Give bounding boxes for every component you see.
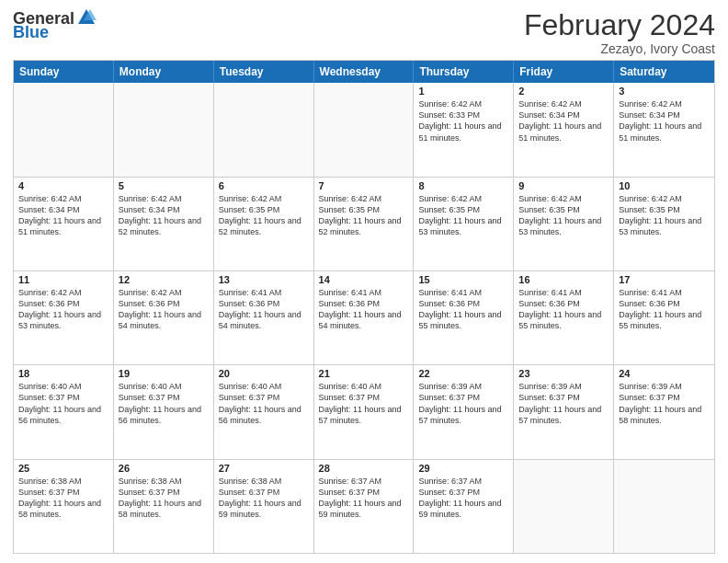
calendar-week-1: 1Sunrise: 6:42 AM Sunset: 6:33 PM Daylig… (14, 83, 714, 176)
cell-info: Sunrise: 6:42 AM Sunset: 6:35 PM Dayligh… (219, 193, 309, 238)
calendar-cell: 13Sunrise: 6:41 AM Sunset: 6:36 PM Dayli… (214, 271, 314, 364)
cell-info: Sunrise: 6:42 AM Sunset: 6:34 PM Dayligh… (119, 193, 209, 238)
calendar-cell: 15Sunrise: 6:41 AM Sunset: 6:36 PM Dayli… (414, 271, 514, 364)
month-title: February 2024 (524, 9, 715, 41)
cell-info: Sunrise: 6:41 AM Sunset: 6:36 PM Dayligh… (418, 287, 508, 332)
calendar-week-2: 4Sunrise: 6:42 AM Sunset: 6:34 PM Daylig… (14, 177, 714, 270)
cell-info: Sunrise: 6:42 AM Sunset: 6:34 PM Dayligh… (18, 193, 108, 238)
day-number: 23 (518, 368, 609, 379)
cell-info: Sunrise: 6:42 AM Sunset: 6:36 PM Dayligh… (18, 287, 108, 332)
cell-info: Sunrise: 6:42 AM Sunset: 6:35 PM Dayligh… (619, 193, 710, 238)
header-day-wednesday: Wednesday (314, 61, 415, 83)
cell-info: Sunrise: 6:41 AM Sunset: 6:36 PM Dayligh… (319, 287, 409, 332)
calendar-cell: 25Sunrise: 6:38 AM Sunset: 6:37 PM Dayli… (14, 460, 114, 553)
cell-info: Sunrise: 6:40 AM Sunset: 6:37 PM Dayligh… (319, 381, 409, 426)
cell-info: Sunrise: 6:42 AM Sunset: 6:35 PM Dayligh… (319, 193, 409, 238)
header-day-sunday: Sunday (14, 61, 114, 83)
day-number: 29 (418, 463, 508, 474)
calendar-cell (214, 83, 314, 176)
day-number: 16 (518, 274, 609, 285)
day-number: 11 (18, 274, 108, 285)
day-number: 14 (319, 274, 409, 285)
calendar-week-3: 11Sunrise: 6:42 AM Sunset: 6:36 PM Dayli… (14, 270, 714, 364)
calendar-cell: 10Sunrise: 6:42 AM Sunset: 6:35 PM Dayli… (614, 178, 714, 270)
cell-info: Sunrise: 6:38 AM Sunset: 6:37 PM Dayligh… (119, 476, 209, 521)
calendar-cell: 20Sunrise: 6:40 AM Sunset: 6:37 PM Dayli… (214, 365, 314, 458)
day-number: 18 (18, 368, 108, 379)
day-number: 3 (619, 86, 710, 97)
day-number: 5 (119, 180, 209, 191)
calendar-header-row: SundayMondayTuesdayWednesdayThursdayFrid… (14, 61, 714, 83)
day-number: 4 (18, 180, 108, 191)
calendar-cell (114, 83, 214, 176)
calendar-week-5: 25Sunrise: 6:38 AM Sunset: 6:37 PM Dayli… (14, 459, 714, 553)
calendar-cell (514, 460, 614, 553)
day-number: 1 (418, 86, 508, 97)
day-number: 9 (518, 180, 609, 191)
calendar-cell: 11Sunrise: 6:42 AM Sunset: 6:36 PM Dayli… (14, 271, 114, 364)
day-number: 19 (119, 368, 209, 379)
cell-info: Sunrise: 6:42 AM Sunset: 6:34 PM Dayligh… (518, 98, 609, 144)
day-number: 26 (119, 463, 209, 474)
cell-info: Sunrise: 6:38 AM Sunset: 6:37 PM Dayligh… (18, 476, 108, 521)
calendar-cell: 29Sunrise: 6:37 AM Sunset: 6:37 PM Dayli… (414, 460, 514, 553)
calendar-cell: 26Sunrise: 6:38 AM Sunset: 6:37 PM Dayli… (114, 460, 214, 553)
calendar-cell: 27Sunrise: 6:38 AM Sunset: 6:37 PM Dayli… (214, 460, 314, 553)
calendar-cell: 16Sunrise: 6:41 AM Sunset: 6:36 PM Dayli… (514, 271, 614, 364)
cell-info: Sunrise: 6:42 AM Sunset: 6:35 PM Dayligh… (418, 193, 508, 238)
day-number: 2 (518, 86, 609, 97)
calendar-cell: 6Sunrise: 6:42 AM Sunset: 6:35 PM Daylig… (214, 178, 314, 270)
calendar-week-4: 18Sunrise: 6:40 AM Sunset: 6:37 PM Dayli… (14, 364, 714, 458)
day-number: 10 (619, 180, 710, 191)
calendar-body: 1Sunrise: 6:42 AM Sunset: 6:33 PM Daylig… (14, 83, 714, 553)
day-number: 28 (319, 463, 409, 474)
calendar-cell: 28Sunrise: 6:37 AM Sunset: 6:37 PM Dayli… (314, 460, 415, 553)
location-subtitle: Zezayo, Ivory Coast (524, 41, 715, 56)
calendar-cell: 24Sunrise: 6:39 AM Sunset: 6:37 PM Dayli… (614, 365, 714, 458)
cell-info: Sunrise: 6:41 AM Sunset: 6:36 PM Dayligh… (619, 287, 710, 332)
cell-info: Sunrise: 6:40 AM Sunset: 6:37 PM Dayligh… (219, 381, 309, 426)
day-number: 25 (18, 463, 108, 474)
logo-icon (76, 7, 97, 28)
day-number: 17 (619, 274, 710, 285)
day-number: 13 (219, 274, 309, 285)
calendar-cell: 18Sunrise: 6:40 AM Sunset: 6:37 PM Dayli… (14, 365, 114, 458)
page: General Blue February 2024 Zezayo, Ivory… (0, 0, 728, 563)
cell-info: Sunrise: 6:39 AM Sunset: 6:37 PM Dayligh… (619, 381, 710, 426)
cell-info: Sunrise: 6:41 AM Sunset: 6:36 PM Dayligh… (219, 287, 309, 332)
calendar: SundayMondayTuesdayWednesdayThursdayFrid… (13, 60, 715, 554)
cell-info: Sunrise: 6:38 AM Sunset: 6:37 PM Dayligh… (219, 476, 309, 521)
cell-info: Sunrise: 6:42 AM Sunset: 6:36 PM Dayligh… (119, 287, 209, 332)
calendar-cell: 22Sunrise: 6:39 AM Sunset: 6:37 PM Dayli… (414, 365, 514, 458)
cell-info: Sunrise: 6:42 AM Sunset: 6:35 PM Dayligh… (518, 193, 609, 238)
calendar-cell: 5Sunrise: 6:42 AM Sunset: 6:34 PM Daylig… (114, 178, 214, 270)
calendar-cell: 21Sunrise: 6:40 AM Sunset: 6:37 PM Dayli… (314, 365, 415, 458)
cell-info: Sunrise: 6:37 AM Sunset: 6:37 PM Dayligh… (319, 476, 409, 521)
calendar-cell (314, 83, 415, 176)
header-day-monday: Monday (114, 61, 214, 83)
calendar-cell: 14Sunrise: 6:41 AM Sunset: 6:36 PM Dayli… (314, 271, 415, 364)
calendar-cell (14, 83, 114, 176)
day-number: 15 (418, 274, 508, 285)
day-number: 6 (219, 180, 309, 191)
logo-blue: Blue (13, 24, 49, 40)
calendar-cell: 2Sunrise: 6:42 AM Sunset: 6:34 PM Daylig… (514, 83, 614, 176)
title-area: February 2024 Zezayo, Ivory Coast (524, 9, 715, 56)
header-day-tuesday: Tuesday (214, 61, 314, 83)
day-number: 24 (619, 368, 710, 379)
calendar-cell: 19Sunrise: 6:40 AM Sunset: 6:37 PM Dayli… (114, 365, 214, 458)
cell-info: Sunrise: 6:40 AM Sunset: 6:37 PM Dayligh… (119, 381, 209, 426)
calendar-cell (614, 460, 714, 553)
calendar-cell: 23Sunrise: 6:39 AM Sunset: 6:37 PM Dayli… (514, 365, 614, 458)
cell-info: Sunrise: 6:37 AM Sunset: 6:37 PM Dayligh… (418, 476, 508, 521)
day-number: 22 (418, 368, 508, 379)
cell-info: Sunrise: 6:39 AM Sunset: 6:37 PM Dayligh… (518, 381, 609, 426)
cell-info: Sunrise: 6:41 AM Sunset: 6:36 PM Dayligh… (518, 287, 609, 332)
cell-info: Sunrise: 6:40 AM Sunset: 6:37 PM Dayligh… (18, 381, 108, 426)
header-day-saturday: Saturday (614, 61, 714, 83)
header-day-friday: Friday (514, 61, 614, 83)
day-number: 8 (418, 180, 508, 191)
header-day-thursday: Thursday (414, 61, 514, 83)
day-number: 20 (219, 368, 309, 379)
day-number: 27 (219, 463, 309, 474)
